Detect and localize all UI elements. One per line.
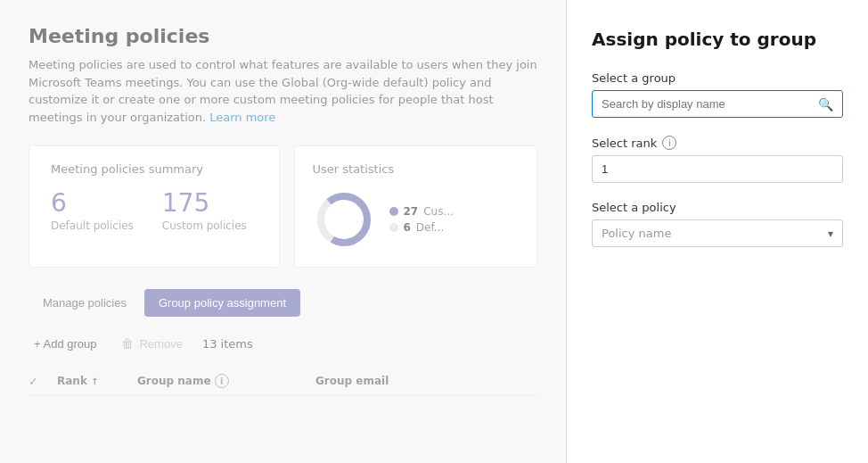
custom-legend-item: 27 Cus... [389,205,454,218]
learn-more-link[interactable]: Learn more [209,111,275,124]
custom-legend-label: Cus... [423,205,454,218]
search-icon: 🔍 [818,97,833,112]
default-legend-item: 6 Def... [389,221,454,234]
table-header: ✓ Rank ↑ Group name i Group email [29,367,537,396]
custom-count: 175 [162,188,247,218]
default-stat: 6 Default policies [51,188,134,232]
description-text: Meeting policies are used to control wha… [29,58,537,124]
add-group-button[interactable]: + Add group [29,334,102,354]
page-title: Meeting policies [29,25,537,47]
col-check: ✓ [29,375,57,388]
select-group-label: Select a group [592,71,843,85]
items-count: 13 items [202,337,253,351]
policy-select[interactable] [593,220,842,246]
custom-dot [389,207,398,216]
default-label: Default policies [51,219,134,232]
custom-legend-value: 27 [404,205,419,218]
search-group-wrapper: 🔍 [592,90,843,118]
tabs-row: Manage policies Group policy assignment [29,289,537,317]
default-legend-label: Def... [416,221,444,234]
stats-legend: 27 Cus... 6 Def... [389,205,454,234]
donut-chart [313,188,375,251]
group-name-info-icon: i [215,374,229,388]
custom-stat: 175 Custom policies [162,188,247,232]
custom-label: Custom policies [162,219,247,232]
meeting-policies-summary-card: Meeting policies summary 6 Default polic… [29,145,280,268]
rank-label: Rank [57,375,87,387]
user-statistics-card: User statistics 27 Cus... [294,145,538,268]
col-rank-header: Rank ↑ [57,375,137,387]
summary-stats: 6 Default policies 175 Custom policies [51,188,258,232]
tab-group-policy-assignment[interactable]: Group policy assignment [144,289,300,317]
summary-card-title: Meeting policies summary [51,162,258,176]
user-stats-content: User statistics 27 Cus... [313,162,520,251]
default-count: 6 [51,188,134,218]
group-name-label: Group name [137,375,211,387]
panel-title: Assign policy to group [592,29,843,50]
user-stats-title: User statistics [313,162,520,176]
rank-label-text: Select rank [592,136,657,150]
search-button[interactable]: 🔍 [809,92,842,117]
select-rank-label: Select rank i [592,136,843,150]
toolbar: + Add group 🗑 Remove 13 items [29,333,537,354]
policy-select-wrapper: ▾ Policy name [592,219,843,247]
col-group-email-header: Group email [315,375,537,387]
default-legend-value: 6 [404,221,411,234]
remove-icon: 🗑 [121,336,134,351]
select-policy-label: Select a policy [592,201,843,214]
add-group-label: + Add group [34,337,96,351]
select-rank-group: Select rank i [592,136,843,183]
select-group-group: Select a group 🔍 [592,71,843,118]
remove-button[interactable]: 🗑 Remove [116,333,187,354]
group-email-label: Group email [315,375,389,387]
col-group-name-header: Group name i [137,374,315,388]
side-panel: Assign policy to group Select a group 🔍 … [566,0,868,463]
tab-manage-policies[interactable]: Manage policies [29,289,141,317]
main-panel: Meeting policies Meeting policies are us… [0,0,566,463]
default-dot [389,223,398,232]
remove-label: Remove [139,337,182,351]
page-description: Meeting policies are used to control wha… [29,56,537,126]
select-policy-group: Select a policy ▾ Policy name [592,201,843,247]
summary-row: Meeting policies summary 6 Default polic… [29,145,537,268]
rank-info-icon: i [662,136,676,150]
rank-input[interactable] [592,155,843,183]
search-group-input[interactable] [593,91,809,117]
